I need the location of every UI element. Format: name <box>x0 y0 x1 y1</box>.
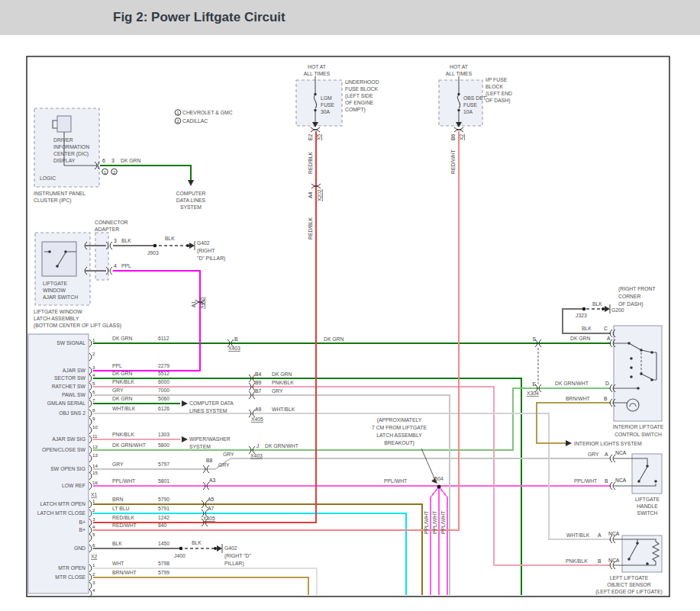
label-row-15-name: LOW REF <box>62 483 85 488</box>
label-cdl-2: DATA LINES <box>176 198 206 203</box>
label-logic: LOGIC <box>40 175 56 181</box>
label-legend-2-num: 2 <box>176 119 179 124</box>
label-pin-b-handle: B <box>605 478 608 484</box>
label-row-19-pin: 4 <box>92 524 95 529</box>
label-row-18-name: B+ <box>79 519 85 525</box>
label-pin-b4: B4 <box>255 371 262 377</box>
label-row-4-pin: 5 <box>92 381 95 386</box>
label-row-21-pin: 6 <box>92 542 95 548</box>
label-wire-dkgrnwht-j: DK GRN/WHT <box>265 443 298 449</box>
label-hot1-2: ALL TIMES <box>304 71 331 76</box>
label-uhfb-2: FUSE BLOCK <box>345 86 379 92</box>
label-g402b-2: (RIGHT "D" <box>224 553 251 559</box>
label-row-6-pin: 7 <box>92 397 95 403</box>
label-nca-3: NCA <box>608 531 620 536</box>
junction-j903 <box>153 244 157 248</box>
label-row-11-pin: 12 <box>92 444 98 449</box>
label-row-16-circuit: 5790 <box>158 497 169 502</box>
label-llos-2: OBJECT SENSOR <box>607 582 650 587</box>
label-row-10-name: AJAR SW SIG <box>52 436 85 442</box>
label-nca-1: NCA <box>615 450 627 455</box>
label-blk-dash-3: BLK <box>592 301 602 307</box>
label-row-16-name: LATCH MTR OPEN <box>40 501 85 506</box>
label-row-2-color: PPL <box>112 363 122 368</box>
label-conn-x2-fuse: X2 <box>459 133 464 140</box>
label-dic-4: DISPLAY <box>53 158 76 163</box>
label-conn-x5: X5 <box>316 133 321 140</box>
label-row-6-circuit: 5060 <box>158 396 169 401</box>
label-nca-2: NCA <box>615 478 627 483</box>
label-row-10-circuit: 1303 <box>158 432 169 437</box>
label-pin-c: C <box>604 326 608 331</box>
label-row-21-name: GND <box>74 545 85 551</box>
label-lwla-1: LIFTGATE WINDOW <box>34 309 82 314</box>
label-j903: J903 <box>147 250 159 256</box>
label-wire-pplwht-v2: PPL/WHT <box>432 511 437 534</box>
label-row-22-name: MTR OPEN <box>58 565 85 571</box>
wire-ppl-ajar <box>93 271 200 371</box>
label-cdls-1: COMPUTER DATA <box>189 400 234 406</box>
label-row-2-pin: 3 <box>92 365 95 370</box>
label-conn-x405-b: X405 <box>251 416 263 422</box>
label-pin-a-handle: A <box>605 452 608 457</box>
label-blk-dash-2: BLK <box>192 540 202 545</box>
label-wire-gry-b7: GRY <box>272 388 283 394</box>
label-llos-3: (LEFT EDGE OF LIFTGATE) <box>595 589 662 595</box>
wire-pplwht-branch3 <box>439 487 447 595</box>
label-row-3-pin: 4 <box>92 372 95 378</box>
label-row-10-pin: 11 <box>92 433 98 439</box>
label-ipfb-3: (LEFT END <box>485 91 512 97</box>
label-wire-dkgrn-b4: DK GRN <box>272 371 292 377</box>
pointer-j504-line <box>421 449 435 480</box>
label-wws-2: SYSTEM <box>189 444 211 449</box>
junction-j323 <box>582 307 586 311</box>
label-row-6-color: DK GRN <box>112 396 133 401</box>
label-g402t-3: "D" PILLAR) <box>197 256 225 262</box>
liftgate-latch-connector-box <box>28 334 89 593</box>
label-row-0-pin: 1 <box>92 337 95 342</box>
label-row-15-circuit: 5801 <box>158 478 169 484</box>
label-apx-1: (APPROXIMATELY <box>377 417 422 423</box>
label-cdl-1: COMPUTER <box>176 191 206 196</box>
ground-g402-top <box>186 241 195 250</box>
wire-sw-open-sig <box>93 458 611 469</box>
label-wire-pplwht-j504: PPL/WHT <box>384 478 407 484</box>
label-ipc-wire: DK GRN <box>121 158 141 163</box>
label-fuse2-1: OBS DET <box>463 95 486 101</box>
ground-g402-bottom <box>214 544 222 553</box>
label-rfc-3: OF DASH) <box>618 301 643 307</box>
junction-j400 <box>179 547 183 551</box>
label-cdls-2: LINES SYSTEM <box>189 408 227 413</box>
label-nca-4: NCA <box>608 558 620 563</box>
label-pin-a-sensor: A <box>598 532 602 538</box>
label-row-16-pin: 1 <box>92 498 95 503</box>
label-wire-brnwht-b: BRN/WHT <box>566 396 590 401</box>
label-g402b-1: G402 <box>224 545 237 551</box>
wire-obj-sns <box>93 413 611 539</box>
label-conn-x403-a: X403 <box>228 346 240 351</box>
label-row-10-color: PNK/BLK <box>112 432 134 437</box>
label-row-11-color: DK GRN/WHT <box>112 442 146 448</box>
label-row-17-circuit: 5791 <box>158 506 169 511</box>
power-liftgate-circuit-diagram: DRIVERINFORMATIONCENTER (DIC)DISPLAYLOGI… <box>0 0 700 611</box>
wire-mtr-close <box>93 577 308 595</box>
label-wire-dkgrn-a: DK GRN <box>570 336 591 341</box>
label-row-16-color: BRN <box>112 497 123 502</box>
label-lhs-3: SWITCH <box>637 510 658 516</box>
label-row-5-pin: 6 <box>92 389 95 394</box>
label-row-13-circuit: 5797 <box>158 461 169 467</box>
label-ilcs-2: CONTROL SWITCH <box>615 432 662 437</box>
dic-display-box <box>57 116 71 132</box>
label-uhfb-3: (LEFT SIDE <box>345 93 373 99</box>
label-wws-1: WIPER/WASHER <box>189 436 231 442</box>
label-row-15-color: PPL/WHT <box>112 478 135 484</box>
arrow-interior-lights <box>566 440 572 446</box>
label-wire-pplwht-hb: PPL/WHT <box>574 478 597 484</box>
arrow-computer-data-lines-mid <box>182 400 188 407</box>
wire-pplwht-branch1 <box>431 487 439 595</box>
label-hot2-1: HOT AT <box>450 64 468 69</box>
label-conn-x405-a: X405 <box>199 297 205 309</box>
liftgate-window-ajar-switch-box <box>42 242 76 276</box>
label-row-3-name: SECTOR SW <box>54 375 86 381</box>
label-fuse2-2: FUSE <box>463 102 478 108</box>
